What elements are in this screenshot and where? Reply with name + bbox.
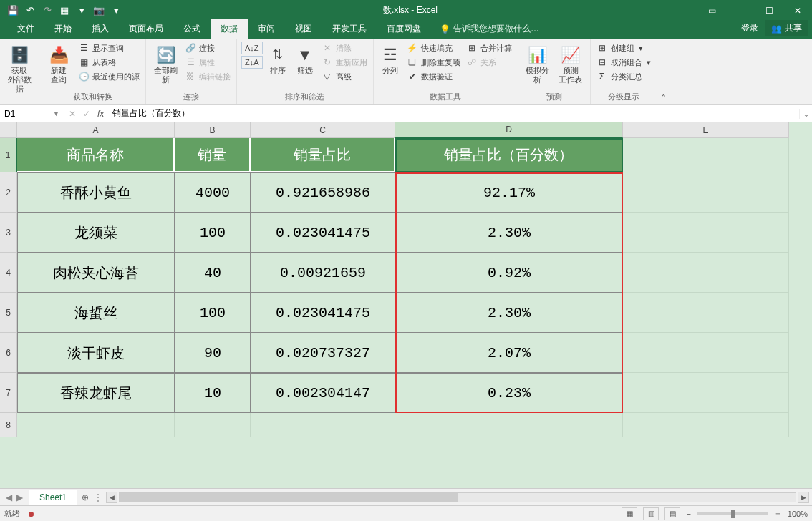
data-validation-button[interactable]: ✔数据验证 <box>405 70 462 83</box>
cell-e4[interactable] <box>623 253 789 293</box>
view-page-break-icon[interactable]: ▤ <box>664 507 680 520</box>
cell-b6[interactable]: 90 <box>175 333 251 373</box>
cell-d2[interactable]: 92.17% <box>395 172 623 213</box>
cell-b1[interactable]: 销量 <box>175 138 251 172</box>
properties-button[interactable]: ☰属性 <box>183 56 232 69</box>
col-header-d[interactable]: D <box>395 122 623 138</box>
view-page-layout-icon[interactable]: ▥ <box>643 507 659 520</box>
minimize-icon[interactable]: — <box>726 0 755 21</box>
new-icon[interactable]: ▦ <box>57 4 72 18</box>
sort-desc-button[interactable]: Z↓A <box>241 56 263 69</box>
col-header-a[interactable]: A <box>17 122 175 138</box>
share-button[interactable]: 👥 共享 <box>765 20 808 36</box>
tab-insert[interactable]: 插入 <box>82 19 119 39</box>
cell-a7[interactable]: 香辣龙虾尾 <box>17 373 175 413</box>
subtotal-button[interactable]: Σ分类汇总 <box>595 70 652 83</box>
from-table-button[interactable]: ▦从表格 <box>77 56 141 69</box>
col-header-b[interactable]: B <box>175 122 251 138</box>
tab-developer[interactable]: 开发工具 <box>322 19 377 39</box>
zoom-out-icon[interactable]: − <box>686 510 690 518</box>
zoom-in-icon[interactable]: ＋ <box>774 508 782 519</box>
cell-d8[interactable] <box>395 413 623 437</box>
horizontal-scrollbar[interactable]: ◀ ▶ <box>103 492 812 503</box>
cell-a8[interactable] <box>17 413 175 437</box>
tab-file[interactable]: 文件 <box>7 19 44 39</box>
cell-b5[interactable]: 100 <box>175 293 251 333</box>
tab-review[interactable]: 审阅 <box>248 19 285 39</box>
cell-d7[interactable]: 0.23% <box>395 373 623 413</box>
tab-data[interactable]: 数据 <box>211 19 248 39</box>
scroll-right-icon[interactable]: ▶ <box>798 492 809 503</box>
name-box[interactable]: D1 ▼ <box>0 105 64 122</box>
sheet-tab[interactable]: Sheet1 <box>29 490 77 505</box>
what-if-button[interactable]: 📊 模拟分析 <box>523 42 553 84</box>
show-queries-button[interactable]: ☰显示查询 <box>77 42 141 54</box>
cell-a5[interactable]: 海蜇丝 <box>17 293 175 333</box>
cell-c2[interactable]: 0.921658986 <box>251 172 395 213</box>
cell-d3[interactable]: 2.30% <box>395 213 623 253</box>
cell-c6[interactable]: 0.020737327 <box>251 333 395 373</box>
row-header-1[interactable]: 1 <box>0 138 17 172</box>
cell-a6[interactable]: 淡干虾皮 <box>17 333 175 373</box>
sheet-tab-divider[interactable]: ⋮ <box>93 492 103 502</box>
close-icon[interactable]: ✕ <box>783 0 812 21</box>
cell-c3[interactable]: 0.023041475 <box>251 213 395 253</box>
cell-d1[interactable]: 销量占比（百分数） <box>395 138 623 172</box>
consolidate-button[interactable]: ⊞合并计算 <box>465 42 513 54</box>
ungroup-button[interactable]: ⊟取消组合▾ <box>595 56 652 69</box>
cell-d4[interactable]: 0.92% <box>395 253 623 293</box>
sheet-nav-prev-icon[interactable]: ◀ <box>6 492 12 502</box>
col-header-e[interactable]: E <box>623 122 789 138</box>
row-header-6[interactable]: 6 <box>0 333 17 373</box>
hscroll-thumb[interactable] <box>120 493 458 502</box>
cell-c1[interactable]: 销量占比 <box>251 138 395 172</box>
cell-d5[interactable]: 2.30% <box>395 293 623 333</box>
cell-b7[interactable]: 10 <box>175 373 251 413</box>
tab-formulas[interactable]: 公式 <box>173 19 211 39</box>
formula-input[interactable]: 销量占比（百分数） <box>108 107 799 120</box>
cell-a3[interactable]: 龙须菜 <box>17 213 175 253</box>
fx-icon[interactable]: fx <box>97 109 104 119</box>
cell-c7[interactable]: 0.002304147 <box>251 373 395 413</box>
tab-home[interactable]: 开始 <box>44 19 82 39</box>
qat-dropdown2-icon[interactable]: ▾ <box>109 4 123 18</box>
zoom-slider[interactable] <box>697 512 768 515</box>
relationships-button[interactable]: ☍关系 <box>465 56 513 69</box>
name-box-dropdown-icon[interactable]: ▼ <box>53 110 59 117</box>
qat-dropdown-icon[interactable]: ▾ <box>74 4 89 18</box>
cell-c5[interactable]: 0.023041475 <box>251 293 395 333</box>
view-normal-icon[interactable]: ▦ <box>622 507 637 520</box>
edit-links-button[interactable]: ⛓编辑链接 <box>183 70 232 83</box>
cell-a4[interactable]: 肉松夹心海苔 <box>17 253 175 293</box>
camera-icon[interactable]: 📷 <box>92 4 106 18</box>
sort-button[interactable]: ⇅ 排序 <box>266 42 290 75</box>
row-header-2[interactable]: 2 <box>0 172 17 213</box>
remove-duplicates-button[interactable]: ❏删除重复项 <box>405 56 462 69</box>
ribbon-options-icon[interactable]: ▭ <box>697 0 726 21</box>
text-to-columns-button[interactable]: ☲ 分列 <box>378 42 402 75</box>
row-header-3[interactable]: 3 <box>0 213 17 253</box>
cell-a1[interactable]: 商品名称 <box>17 138 175 172</box>
tab-baidu[interactable]: 百度网盘 <box>377 19 431 39</box>
enter-formula-icon[interactable]: ✓ <box>83 109 90 119</box>
group-create-button[interactable]: ⊞创建组▾ <box>595 42 652 54</box>
row-header-7[interactable]: 7 <box>0 373 17 413</box>
zoom-thumb[interactable] <box>731 510 735 518</box>
row-header-5[interactable]: 5 <box>0 293 17 333</box>
cell-d6[interactable]: 2.07% <box>395 333 623 373</box>
row-header-4[interactable]: 4 <box>0 253 17 293</box>
advanced-filter-button[interactable]: ▽高级 <box>320 70 369 83</box>
sheet-nav-next-icon[interactable]: ▶ <box>16 492 23 502</box>
row-header-8[interactable]: 8 <box>0 413 17 437</box>
tab-layout[interactable]: 页面布局 <box>119 19 173 39</box>
tab-view[interactable]: 视图 <box>285 19 322 39</box>
expand-formula-bar-icon[interactable]: ⌄ <box>799 109 812 119</box>
reapply-button[interactable]: ↻重新应用 <box>320 56 369 69</box>
redo-icon[interactable]: ↷ <box>40 4 54 18</box>
undo-icon[interactable]: ↶ <box>23 4 37 18</box>
get-external-data-button[interactable]: 🗄️ 获取 外部数据 <box>4 42 34 94</box>
tell-me[interactable]: 💡 告诉我您想要做什么… <box>440 23 539 39</box>
cell-b4[interactable]: 40 <box>175 253 251 293</box>
flash-fill-button[interactable]: ⚡快速填充 <box>405 42 462 54</box>
macro-record-icon[interactable]: ⏺ <box>27 510 35 518</box>
